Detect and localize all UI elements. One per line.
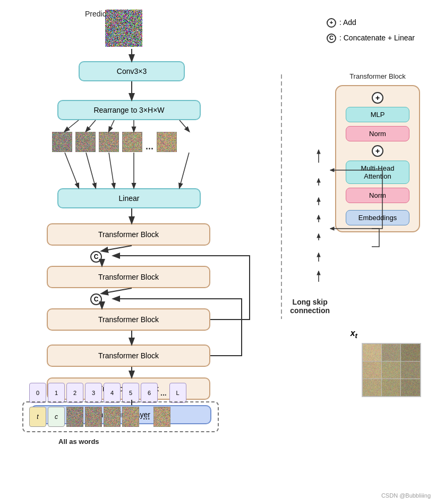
svg-line-3	[86, 120, 96, 131]
transformer-block-top: Transformer Block	[47, 223, 210, 246]
token-5: 5	[122, 383, 139, 403]
svg-line-9	[109, 153, 114, 188]
concat-circle-2: C	[90, 293, 102, 305]
transformer-detail-title: Transformer Block	[336, 72, 419, 80]
td-norm2-box: Norm	[346, 188, 409, 203]
all-as-words-label: All as words	[58, 438, 99, 446]
token-2: 2	[66, 383, 83, 403]
td-mlp-box: MLP	[346, 107, 409, 122]
linear-box: Linear	[57, 188, 201, 208]
token-3: 3	[85, 383, 102, 403]
noise-image	[105, 10, 142, 47]
input-dots: ...	[143, 412, 150, 422]
add-circle-top: +	[372, 92, 383, 104]
td-norm1-box: Norm	[346, 126, 409, 141]
input-t: t	[29, 407, 46, 427]
svg-line-15	[102, 288, 132, 293]
concat-circle-icon: C	[327, 33, 336, 43]
concat-circle-1: C	[90, 251, 102, 263]
diagram-container: + : Add C : Concatenate + Linear Predict…	[0, 0, 436, 504]
patch-images-row: ...	[52, 132, 177, 152]
add-circle-mid: +	[372, 145, 383, 157]
patch-dots: ...	[146, 141, 153, 152]
transformer-block-2: Transformer Block	[47, 308, 210, 331]
input-img5	[153, 407, 170, 427]
patch3	[99, 132, 119, 152]
transformer-block-3: Transformer Block	[47, 266, 210, 288]
legend: + : Add C : Concatenate + Linear	[327, 16, 415, 45]
svg-line-11	[179, 153, 189, 188]
patch1	[52, 132, 72, 152]
transformer-block-1: Transformer Block	[47, 345, 210, 367]
td-mha-box: Multi-Head Attention	[346, 161, 409, 184]
token-row: 0 1 2 3 4 5 6 ... L	[29, 383, 186, 403]
input-img2	[85, 407, 102, 427]
watermark: CSDN @Bubbliiing	[381, 492, 431, 499]
add-label: : Add	[339, 16, 356, 29]
patch2	[75, 132, 96, 152]
svg-line-2	[65, 120, 79, 131]
input-img4	[122, 407, 139, 427]
concat-label: : Concatenate + Linear	[339, 31, 415, 45]
skip-connection-label: Long skipconnection	[290, 298, 330, 315]
svg-line-6	[179, 120, 189, 131]
token-L: L	[169, 383, 186, 403]
input-patch-row: t c ...	[29, 407, 170, 427]
patch5	[157, 132, 177, 152]
input-img3	[104, 407, 121, 427]
td-embeddings-box: Embeddings	[346, 210, 409, 225]
token-4: 4	[104, 383, 121, 403]
svg-line-8	[86, 153, 96, 188]
legend-concat: C : Concatenate + Linear	[327, 31, 415, 45]
rearrange-box: Rearrange to 3×H×W	[57, 100, 201, 120]
svg-line-4	[109, 120, 114, 131]
svg-line-13	[102, 246, 132, 251]
token-dots: ...	[160, 389, 167, 397]
conv-box: Conv3×3	[79, 61, 185, 81]
add-circle-icon: +	[327, 18, 336, 28]
token-1: 1	[48, 383, 65, 403]
xt-image	[362, 343, 421, 397]
legend-add: + : Add	[327, 16, 415, 29]
xt-label: xt	[350, 329, 357, 340]
transformer-detail-block: Transformer Block + MLP Norm + Multi-Hea…	[335, 85, 420, 232]
patch4	[122, 132, 142, 152]
input-img1	[66, 407, 83, 427]
token-6: 6	[141, 383, 158, 403]
token-0: 0	[29, 383, 46, 403]
input-c: c	[48, 407, 65, 427]
svg-line-7	[65, 153, 79, 188]
